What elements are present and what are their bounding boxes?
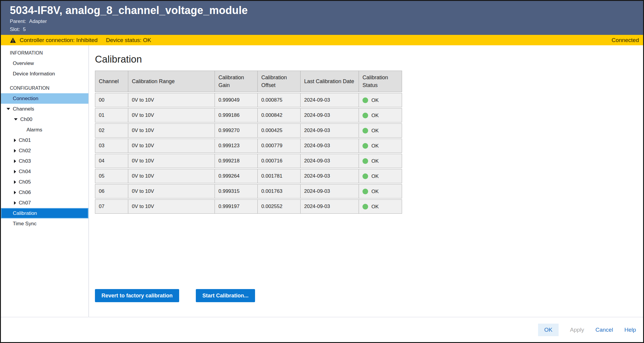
cell-channel: 04: [95, 154, 128, 168]
warning-triangle-icon: [10, 37, 16, 43]
cell-channel: 01: [95, 108, 128, 122]
col-header-gain: Calibration Gain: [215, 71, 258, 92]
status-text: OK: [371, 173, 379, 179]
col-header-date: Last Calibration Date: [301, 71, 359, 92]
status-ok-icon: [362, 189, 368, 194]
cell-date: 2024-09-03: [301, 154, 359, 168]
cell-offset: 0.000842: [258, 108, 301, 122]
chevron-right-icon[interactable]: [14, 201, 16, 205]
cell-gain: 0.999264: [215, 169, 258, 183]
cell-status: OK: [359, 123, 402, 138]
cell-offset: 0.000716: [258, 154, 301, 168]
sidebar-item-ch03[interactable]: Ch03: [1, 156, 88, 166]
sidebar-item-device-information[interactable]: Device Information: [1, 69, 88, 79]
table-row: 07 0V to 10V 0.999197 0.002552 2024-09-0…: [95, 199, 402, 214]
sidebar-item-ch02[interactable]: Ch02: [1, 145, 88, 156]
table-row: 04 0V to 10V 0.999218 0.000716 2024-09-0…: [95, 154, 402, 168]
sidebar-item-alarms[interactable]: Alarms: [1, 125, 88, 135]
chevron-right-icon[interactable]: [14, 180, 16, 184]
status-ok-icon: [362, 173, 368, 179]
sidebar-item-label: Ch02: [19, 148, 31, 154]
cell-range: 0V to 10V: [128, 108, 215, 122]
cancel-button[interactable]: Cancel: [595, 327, 613, 333]
col-header-range: Calibration Range: [128, 71, 215, 92]
sidebar-item-label: Ch05: [19, 179, 31, 185]
sidebar-item-ch07[interactable]: Ch07: [1, 198, 88, 208]
cell-channel: 02: [95, 123, 128, 138]
slot-value: 5: [23, 27, 26, 32]
device-status: Device status: OK: [106, 37, 151, 44]
parent-label: Parent:: [10, 18, 26, 24]
cell-range: 0V to 10V: [128, 184, 215, 198]
cell-offset: 0.000425: [258, 123, 301, 138]
help-button[interactable]: Help: [624, 327, 636, 333]
sidebar-item-overview[interactable]: Overview: [1, 58, 88, 69]
dialog-footer: OK Apply Cancel Help: [1, 317, 643, 342]
cell-gain: 0.999315: [215, 184, 258, 198]
cell-gain: 0.999049: [215, 93, 258, 107]
cell-date: 2024-09-03: [301, 123, 359, 138]
table-row: 03 0V to 10V 0.999123 0.000779 2024-09-0…: [95, 139, 402, 153]
cell-date: 2024-09-03: [301, 199, 359, 214]
col-header-status: Calibration Status: [359, 71, 402, 92]
cell-offset: 0.001763: [258, 184, 301, 198]
start-calibration-button[interactable]: Start Calibration...: [196, 289, 255, 302]
status-text: OK: [371, 204, 379, 209]
cell-range: 0V to 10V: [128, 169, 215, 183]
table-header-row: Channel Calibration Range Calibration Ga…: [95, 71, 402, 92]
cell-status: OK: [359, 154, 402, 168]
sidebar-item-label: Channels: [13, 106, 34, 112]
sidebar-section-configuration: CONFIGURATION: [1, 83, 88, 93]
sidebar-item-ch00[interactable]: Ch00: [1, 114, 88, 125]
status-text: OK: [371, 143, 379, 148]
sidebar-item-ch01[interactable]: Ch01: [1, 135, 88, 145]
sidebar-item-calibration[interactable]: Calibration: [1, 208, 88, 218]
cell-date: 2024-09-03: [301, 139, 359, 153]
main-content: Calibration Channel Calibration Range Ca…: [89, 45, 643, 317]
slot-label: Slot:: [10, 27, 20, 32]
cell-range: 0V to 10V: [128, 139, 215, 153]
page-title: 5034-IF8V, analog_8_channel_voltage_modu…: [10, 4, 634, 16]
cell-status: OK: [359, 199, 402, 214]
parent-value: Adapter: [29, 18, 47, 24]
table-row: 01 0V to 10V 0.999186 0.000842 2024-09-0…: [95, 108, 402, 122]
cell-offset: 0.000779: [258, 139, 301, 153]
table-row: 00 0V to 10V 0.999049 0.000875 2024-09-0…: [95, 93, 402, 107]
cell-channel: 03: [95, 139, 128, 153]
chevron-down-icon[interactable]: [14, 118, 18, 120]
table-row: 02 0V to 10V 0.999270 0.000425 2024-09-0…: [95, 123, 402, 138]
chevron-right-icon[interactable]: [14, 170, 16, 173]
module-properties-window: 5034-IF8V, analog_8_channel_voltage_modu…: [0, 0, 644, 343]
cell-date: 2024-09-03: [301, 184, 359, 198]
sidebar-item-ch05[interactable]: Ch05: [1, 177, 88, 187]
sidebar-item-label: Ch07: [19, 200, 31, 206]
status-ok-icon: [362, 97, 368, 103]
chevron-right-icon[interactable]: [14, 191, 16, 194]
sidebar-item-channels[interactable]: Channels: [1, 104, 88, 114]
cell-status: OK: [359, 108, 402, 122]
chevron-right-icon[interactable]: [14, 149, 16, 153]
col-header-channel: Channel: [95, 71, 128, 92]
status-ok-icon: [362, 204, 368, 209]
chevron-right-icon[interactable]: [14, 159, 16, 163]
cell-status: OK: [359, 93, 402, 107]
cell-offset: 0.000875: [258, 93, 301, 107]
body: INFORMATION Overview Device Information …: [1, 45, 643, 317]
revert-factory-calibration-button[interactable]: Revert to factory calibration: [95, 289, 179, 302]
chevron-down-icon[interactable]: [7, 108, 10, 110]
sidebar-item-label: Ch00: [20, 117, 32, 122]
sidebar-item-ch04[interactable]: Ch04: [1, 166, 88, 177]
ok-button[interactable]: OK: [538, 324, 559, 336]
cell-channel: 06: [95, 184, 128, 198]
status-text: OK: [371, 158, 379, 164]
apply-button[interactable]: Apply: [570, 327, 584, 333]
calibration-table: Channel Calibration Range Calibration Ga…: [95, 70, 402, 215]
sidebar-item-label: Ch03: [19, 158, 31, 164]
cell-status: OK: [359, 184, 402, 198]
sidebar-item-connection[interactable]: Connection: [1, 93, 88, 104]
sidebar-item-ch06[interactable]: Ch06: [1, 187, 88, 198]
sidebar-item-time-sync[interactable]: Time Sync: [1, 218, 88, 229]
sidebar-item-label: Ch06: [19, 190, 31, 195]
status-text: OK: [371, 112, 379, 118]
chevron-right-icon[interactable]: [14, 139, 16, 142]
